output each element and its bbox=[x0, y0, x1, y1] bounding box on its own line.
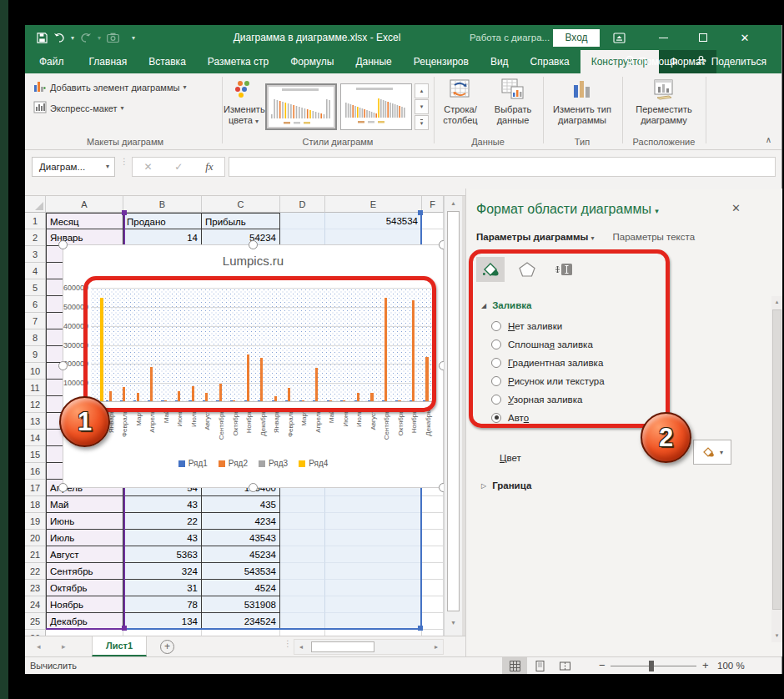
cell-D22[interactable] bbox=[280, 563, 325, 580]
row-header-23[interactable]: 23 bbox=[25, 580, 46, 596]
cell-A24[interactable]: Ноябрь bbox=[46, 596, 123, 613]
column-header-F[interactable]: F bbox=[422, 196, 444, 213]
collapse-ribbon-icon[interactable]: ∧ bbox=[766, 135, 771, 144]
undo-icon[interactable] bbox=[53, 33, 65, 43]
cell-E25[interactable] bbox=[325, 613, 422, 630]
cell-B19[interactable]: 22 bbox=[123, 513, 202, 530]
cell-F20[interactable] bbox=[422, 530, 444, 546]
row-header-6[interactable]: 6 bbox=[25, 296, 46, 313]
purple-range-handle[interactable] bbox=[122, 210, 127, 215]
cell-C1[interactable]: Прибыль bbox=[202, 213, 280, 229]
pane-scrollbar[interactable]: ▴ ▾ bbox=[771, 296, 782, 642]
blue-range-handle[interactable] bbox=[418, 210, 423, 215]
formula-input[interactable] bbox=[229, 157, 776, 177]
row-header-22[interactable]: 22 bbox=[25, 563, 46, 580]
sheet-nav-right-icon[interactable]: ▸ bbox=[62, 636, 66, 657]
cell-B1[interactable]: Продано bbox=[123, 213, 202, 229]
column-header-B[interactable]: B bbox=[123, 196, 202, 213]
cell-B18[interactable]: 43 bbox=[123, 496, 202, 513]
row-header-14[interactable]: 14 bbox=[25, 430, 46, 446]
add-sheet-button[interactable]: + bbox=[160, 640, 174, 654]
blue-range-handle[interactable] bbox=[418, 626, 423, 631]
row-header-3[interactable]: 3 bbox=[25, 246, 46, 263]
sheet-nav-left-icon[interactable]: ◂ bbox=[37, 636, 41, 657]
column-header-E[interactable]: E bbox=[325, 196, 422, 213]
cell-C19[interactable]: 4234 bbox=[202, 513, 280, 530]
cell-D18[interactable] bbox=[280, 496, 325, 513]
cell-D24[interactable] bbox=[280, 596, 325, 613]
maximize-button[interactable] bbox=[689, 25, 717, 50]
cell-B21[interactable]: 5363 bbox=[123, 546, 202, 563]
ribbon-tab-Файл[interactable]: Файл bbox=[25, 50, 78, 73]
share-item[interactable]: Поделиться bbox=[696, 55, 766, 68]
cell-A20[interactable]: Июль bbox=[46, 530, 123, 546]
row-column-button[interactable]: Строка/ столбец bbox=[437, 78, 484, 126]
change-chart-type-button[interactable]: Изменить тип диаграммы bbox=[548, 78, 616, 126]
scroll-left-button[interactable]: ◂ bbox=[294, 640, 308, 654]
cell-E1[interactable]: 543534 bbox=[325, 213, 422, 229]
cell-B22[interactable]: 324 bbox=[123, 563, 202, 580]
row-header-10[interactable]: 10 bbox=[25, 363, 46, 380]
row-header-5[interactable]: 5 bbox=[25, 279, 46, 296]
vertical-scroll-thumb[interactable] bbox=[447, 211, 460, 611]
border-section-header[interactable]: ▷ Граница bbox=[481, 480, 531, 490]
cell-E2[interactable] bbox=[325, 229, 422, 246]
column-header-C[interactable]: C bbox=[202, 196, 280, 213]
quick-layout-button[interactable]: Экспресс-макет ▾ bbox=[33, 101, 124, 115]
ribbon-tab-Справка[interactable]: Справка bbox=[520, 50, 580, 73]
row-header-16[interactable]: 16 bbox=[25, 463, 46, 480]
save-icon[interactable] bbox=[37, 33, 48, 43]
page-break-view-icon[interactable] bbox=[552, 657, 577, 674]
pane-scroll-thumb[interactable] bbox=[772, 309, 781, 610]
cell-C24[interactable]: 531908 bbox=[202, 596, 280, 613]
cell-E20[interactable] bbox=[325, 530, 422, 546]
row-header-9[interactable]: 9 bbox=[25, 346, 46, 363]
chart-title[interactable]: Lumpics.ru bbox=[63, 254, 443, 268]
styles-scroll-up-button[interactable]: ▴ bbox=[415, 83, 429, 98]
cell-C22[interactable]: 543534 bbox=[202, 563, 280, 580]
cell-A2[interactable]: Январь bbox=[46, 229, 123, 246]
sheet-vertical-scrollbar[interactable]: ▴ ▾ bbox=[444, 196, 462, 636]
cell-A22[interactable]: Сентябрь bbox=[46, 563, 123, 580]
row-header-18[interactable]: 18 bbox=[25, 496, 46, 513]
cell-A18[interactable]: Май bbox=[46, 496, 123, 513]
pane-scroll-down-button[interactable]: ▾ bbox=[771, 630, 782, 641]
legend-item-Ряд3[interactable]: Ряд3 bbox=[259, 459, 288, 468]
zoom-level[interactable]: 100 % bbox=[717, 657, 745, 674]
enter-icon[interactable]: ✓ bbox=[174, 161, 183, 173]
chart-handle-top-mid[interactable] bbox=[249, 240, 258, 249]
cell-C21[interactable]: 45234 bbox=[202, 546, 280, 563]
redo-icon[interactable] bbox=[80, 33, 92, 43]
cell-D2[interactable] bbox=[280, 229, 325, 246]
name-box[interactable]: Диаграм... ▾ bbox=[32, 157, 115, 177]
chart-handle-top-left[interactable] bbox=[58, 240, 68, 249]
purple-range-handle[interactable] bbox=[122, 626, 127, 631]
scroll-up-button[interactable]: ▴ bbox=[445, 196, 462, 210]
page-layout-view-icon[interactable] bbox=[527, 657, 552, 674]
horizontal-scroll-thumb[interactable] bbox=[311, 641, 374, 652]
row-header-4[interactable]: 4 bbox=[25, 263, 46, 279]
ribbon-tab-Формулы[interactable]: Формулы bbox=[279, 50, 344, 73]
chart-handle-left-mid[interactable] bbox=[58, 361, 68, 370]
cell-F25[interactable] bbox=[422, 613, 444, 630]
styles-more-button[interactable]: ▾ bbox=[415, 115, 429, 130]
cell-E18[interactable] bbox=[325, 496, 422, 513]
insert-function-icon[interactable]: fx bbox=[205, 160, 213, 173]
cell-B20[interactable]: 43 bbox=[123, 530, 202, 546]
row-header-11[interactable]: 11 bbox=[25, 380, 46, 396]
row-header-17[interactable]: 17 bbox=[25, 480, 46, 496]
legend-item-Ряд2[interactable]: Ряд2 bbox=[219, 459, 248, 468]
chart-style-thumbnail-1[interactable] bbox=[265, 83, 337, 130]
ribbon-tab-Данные[interactable]: Данные bbox=[344, 50, 402, 73]
cell-F22[interactable] bbox=[422, 563, 444, 580]
fill-color-button[interactable]: ▾ bbox=[693, 440, 731, 465]
ribbon-tab-Вид[interactable]: Вид bbox=[480, 50, 520, 73]
styles-scroll-down-button[interactable]: ▾ bbox=[415, 99, 429, 114]
cell-C25[interactable]: 234524 bbox=[202, 613, 280, 630]
pane-title-caret-icon[interactable]: ▾ bbox=[655, 207, 659, 215]
chart-handle-bottom-mid[interactable] bbox=[249, 483, 258, 492]
zoom-out-icon[interactable]: − bbox=[599, 657, 606, 674]
cell-D19[interactable] bbox=[280, 513, 325, 530]
row-header-2[interactable]: 2 bbox=[25, 229, 46, 246]
cell-D20[interactable] bbox=[280, 530, 325, 546]
